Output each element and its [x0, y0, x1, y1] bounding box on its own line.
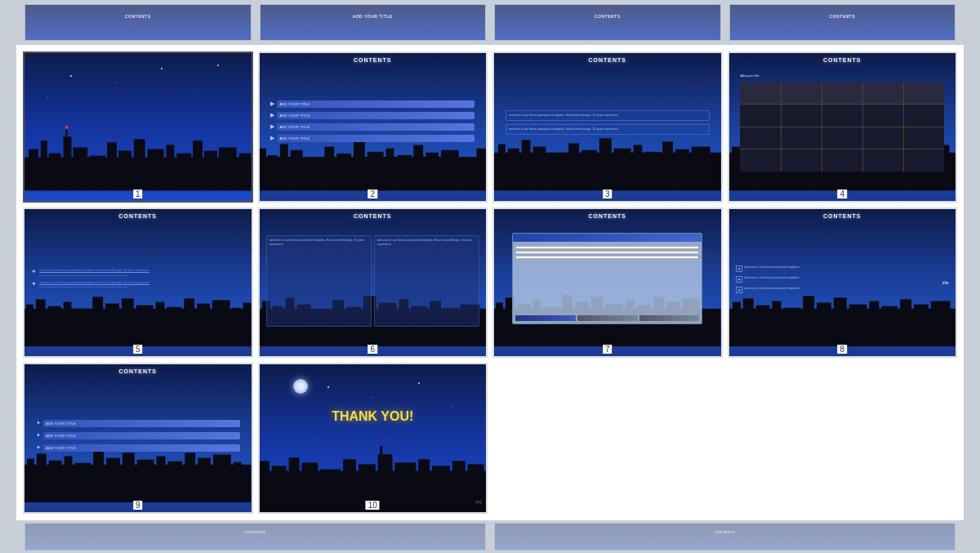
slide-8-title: CONTENTS [823, 213, 862, 219]
slide-3-content: welcome to use these powerpoint template… [506, 77, 710, 168]
svg-rect-149 [301, 462, 318, 512]
svg-rect-37 [498, 145, 506, 191]
svg-rect-13 [193, 141, 203, 191]
slide-9-content: ✦ ADD YOUR TITLE ✦ ADD YOUR TITLE ✦ ADD … [36, 388, 240, 483]
svg-rect-156 [432, 466, 450, 512]
svg-rect-150 [320, 469, 341, 512]
slide-number-8: 8 [837, 345, 847, 354]
slide-6-content: welcome to use these powerpoint template… [266, 235, 479, 327]
svg-rect-128 [930, 301, 950, 347]
svg-rect-14 [204, 151, 217, 191]
svg-rect-10 [148, 149, 164, 191]
slide-3[interactable]: CONTENTS welcome to use these powerpoint… [492, 51, 723, 203]
svg-rect-12 [176, 154, 191, 191]
svg-rect-158 [467, 464, 483, 512]
ghost-slide-bottom-2: CONTENTS [494, 523, 956, 551]
ghost-slide-2: ADD YOUR TITLE [260, 4, 487, 41]
slide-4-title: CONTENTS [823, 57, 862, 63]
ghost-slide-4: CONTENTS [729, 4, 956, 41]
slide-2-content: ▶ ADD YOUR TITLE ▶ ADD YOUR TITLE ▶ ADD … [270, 68, 474, 174]
slide-4[interactable]: CONTENTS Add your title [728, 51, 958, 203]
slide-9-title: CONTENTS [119, 368, 158, 374]
svg-rect-154 [394, 462, 416, 512]
svg-rect-157 [452, 461, 465, 512]
svg-rect-1 [29, 149, 38, 191]
svg-rect-16 [239, 154, 252, 191]
slide-number-10: 10 [366, 501, 380, 510]
svg-rect-155 [418, 459, 430, 512]
svg-rect-146 [260, 461, 270, 512]
slide-5-content: ✦ welcome to use these powerpoint templa… [31, 233, 244, 324]
svg-rect-130 [27, 458, 34, 502]
svg-rect-7 [107, 143, 117, 191]
svg-rect-9 [134, 140, 145, 191]
svg-rect-2 [41, 141, 47, 191]
slide-5[interactable]: CONTENTS ✦ welcome to use these powerpoi… [23, 207, 253, 359]
thankyou-text: THANK YOU! [332, 409, 413, 424]
svg-rect-11 [166, 145, 174, 191]
svg-rect-5 [73, 148, 87, 191]
ghost-row-bottom: CONTENTS CONTENTS [0, 520, 980, 553]
svg-rect-153 [377, 454, 392, 512]
slide-8-content: ✦ welcome to use these powerpoint templa… [736, 233, 915, 328]
slide-7[interactable]: CONTENTS PHOTO 7 [492, 207, 723, 359]
slide-number-1: 1 [133, 190, 143, 198]
slide-2-title: CONTENTS [354, 57, 392, 63]
slide-grid: 1 CONTENTS ▶ [16, 45, 964, 520]
slide-7-title: CONTENTS [589, 213, 627, 219]
svg-rect-100 [496, 303, 503, 347]
svg-rect-151 [343, 459, 356, 512]
slide-9[interactable]: CONTENTS ✦ ADD YOUR TITLE ✦ ADD YOUR TIT… [23, 363, 253, 514]
slide-7-dialog [512, 233, 702, 324]
svg-rect-147 [271, 466, 286, 512]
ghost-slide-3: CONTENTS [494, 4, 721, 41]
svg-rect-6 [89, 156, 105, 191]
slide-number-3: 3 [603, 190, 612, 198]
svg-rect-53 [731, 147, 739, 191]
slide-8[interactable]: CONTENTS ✦ welcome to use these powerpoi… [728, 207, 958, 359]
city-silhouette [24, 124, 252, 190]
slide-4-subtitle: Add your title [740, 74, 944, 78]
svg-rect-20 [260, 149, 266, 191]
slide-6-title: CONTENTS [354, 213, 392, 219]
slide-number-6: 6 [368, 345, 377, 354]
svg-rect-15 [219, 148, 237, 191]
svg-rect-148 [288, 457, 299, 512]
slide-4-table [740, 83, 944, 171]
slide-10[interactable]: THANK YOU! 清远 10 [258, 363, 488, 514]
slide-5-title: CONTENTS [119, 213, 158, 219]
slide-number-2: 2 [368, 190, 377, 198]
ghost-slide-1: CONTENTS [24, 4, 252, 41]
svg-rect-4 [64, 137, 72, 191]
slide-number-4: 4 [837, 190, 847, 198]
slide-6[interactable]: CONTENTS welcome to use these powerpoint… [258, 207, 488, 359]
svg-rect-8 [118, 151, 131, 191]
svg-rect-3 [49, 154, 61, 191]
ghost-slide-bottom-1: CONTENTS [24, 523, 486, 551]
ghost-row-top: CONTENTS ADD YOUR TITLE CONTENTS CONTENT… [0, 0, 980, 45]
slide-3-title: CONTENTS [589, 57, 627, 63]
slide-number-9: 9 [133, 501, 143, 510]
slide-10-badge: 清远 [475, 500, 482, 504]
svg-point-18 [65, 126, 69, 129]
slide-8-title-label: title [942, 280, 949, 285]
slide-number-7: 7 [603, 345, 612, 354]
svg-rect-35 [476, 149, 486, 191]
slide-1[interactable]: 1 [23, 51, 253, 203]
slide-number-5: 5 [133, 345, 143, 354]
svg-rect-127 [913, 305, 928, 347]
slide-2[interactable]: CONTENTS ▶ ADD YOUR TITLE ▶ ADD YOUR TIT… [258, 51, 488, 203]
svg-rect-51 [713, 154, 721, 190]
